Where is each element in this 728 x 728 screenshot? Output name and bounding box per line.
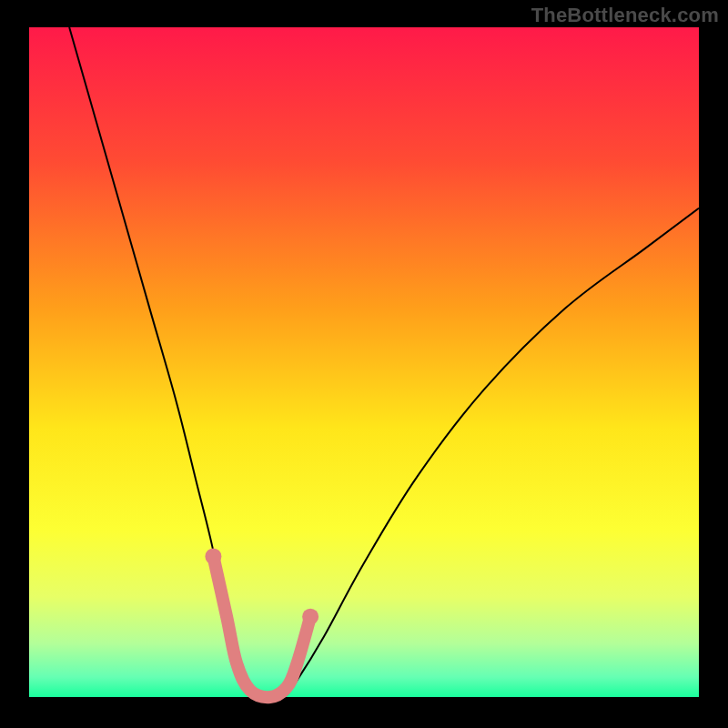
bottleneck-plot <box>0 0 728 728</box>
optimal-zone-dot <box>205 548 221 564</box>
watermark-text: TheBottleneck.com <box>531 4 719 27</box>
chart-frame: TheBottleneck.com <box>0 0 728 728</box>
gradient-background <box>29 27 699 697</box>
optimal-zone-dot <box>302 609 318 625</box>
